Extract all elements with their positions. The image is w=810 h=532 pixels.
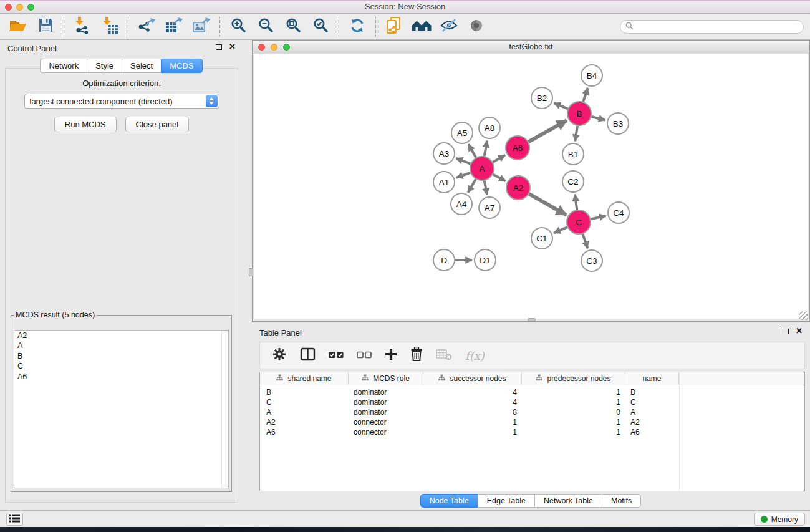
table-cell[interactable]: connector <box>349 418 423 427</box>
graph-node-C1[interactable]: C1 <box>531 228 552 249</box>
criterion-dropdown[interactable]: largest connected component (directed) <box>24 94 219 109</box>
search-input[interactable] <box>637 22 803 32</box>
graph-edge-A-A1[interactable] <box>456 173 470 178</box>
zoom-in-button[interactable] <box>227 17 249 37</box>
network-canvas[interactable]: B4B2BB3A8A5A6A3B1AA1C2A2A4A7C4CC1C3DD1 <box>254 54 808 319</box>
table-cell[interactable]: 1 <box>423 418 522 427</box>
column-header-successor-nodes[interactable]: successor nodes <box>423 372 522 385</box>
graph-node-A6[interactable]: A6 <box>506 136 529 160</box>
graph-edge-A2-C[interactable] <box>529 194 566 215</box>
deselect-all-button[interactable] <box>357 350 372 361</box>
table-cell[interactable]: 4 <box>423 398 522 407</box>
table-cell[interactable]: A6 <box>625 428 679 437</box>
table-cell[interactable]: 0 <box>522 408 625 417</box>
vertical-scrollbar-thumb[interactable] <box>249 268 253 276</box>
float-table-panel-icon[interactable] <box>783 329 789 334</box>
resize-grip[interactable] <box>799 311 808 320</box>
export-image-button[interactable] <box>190 17 213 37</box>
table-row[interactable]: Cdominator41C <box>260 397 804 407</box>
memory-button[interactable]: Memory <box>754 513 805 526</box>
network-minimize-button[interactable] <box>271 44 277 51</box>
open-session-button[interactable] <box>7 17 29 37</box>
result-item[interactable]: B <box>14 351 228 362</box>
save-session-button[interactable] <box>34 17 57 37</box>
graph-node-A4[interactable]: A4 <box>451 193 472 215</box>
graph-node-B[interactable]: B <box>567 102 591 125</box>
column-view-button[interactable] <box>300 347 316 364</box>
horizontal-scrollbar-thumb[interactable] <box>528 318 536 321</box>
graph-node-C2[interactable]: C2 <box>562 171 584 192</box>
graph-node-B3[interactable]: B3 <box>607 113 629 134</box>
graph-edge-A6-B[interactable] <box>529 120 567 142</box>
settings-gear-button[interactable] <box>272 347 287 364</box>
tab-network[interactable]: Network <box>40 59 87 73</box>
float-panel-icon[interactable] <box>216 44 222 50</box>
table-cell[interactable]: A2 <box>625 418 679 427</box>
refresh-view-button[interactable] <box>346 17 369 37</box>
graph-edge-B-B2[interactable] <box>554 103 567 109</box>
table-cell[interactable]: 1 <box>522 418 625 427</box>
tab-edge-table[interactable]: Edge Table <box>478 494 535 508</box>
table-cell[interactable]: dominator <box>349 408 423 417</box>
network-close-button[interactable] <box>258 44 265 51</box>
graph-node-B1[interactable]: B1 <box>562 143 584 165</box>
table-row[interactable]: Bdominator41B <box>260 387 804 397</box>
delete-column-button[interactable] <box>410 347 423 364</box>
close-panel-button[interactable]: Close panel <box>125 117 190 132</box>
graph-node-C4[interactable]: C4 <box>608 202 629 223</box>
graph-edge-B-B3[interactable] <box>591 117 605 120</box>
graph-node-D1[interactable]: D1 <box>475 249 496 271</box>
graph-edge-C-C1[interactable] <box>554 227 567 233</box>
graph-edge-A-A3[interactable] <box>456 158 471 164</box>
table-cell[interactable]: 4 <box>423 388 522 397</box>
zoom-selected-button[interactable] <box>309 17 332 37</box>
home-network-button[interactable] <box>410 17 433 37</box>
graph-node-A3[interactable]: A3 <box>433 143 455 164</box>
network-from-document-button[interactable] <box>383 17 405 37</box>
graph-node-A2[interactable]: A2 <box>506 176 530 200</box>
column-header-predecessor-nodes[interactable]: predecessor nodes <box>522 372 625 385</box>
table-row[interactable]: A6connector11A6 <box>260 427 804 437</box>
result-item[interactable]: A2 <box>14 331 228 341</box>
zoom-out-button[interactable] <box>254 17 277 37</box>
tab-style[interactable]: Style <box>87 59 122 73</box>
graph-node-A1[interactable]: A1 <box>433 172 455 193</box>
graph-edge-A-A2[interactable] <box>493 174 506 181</box>
graph-edge-C-C2[interactable] <box>575 195 577 210</box>
tab-select[interactable]: Select <box>122 59 162 73</box>
graph-edge-B-B4[interactable] <box>583 88 587 102</box>
table-cell[interactable]: A6 <box>260 428 349 437</box>
graph-edge-C-C3[interactable] <box>582 234 587 248</box>
result-item[interactable]: A <box>14 341 228 352</box>
graph-node-A8[interactable]: A8 <box>479 117 500 138</box>
table-cell[interactable]: C <box>260 398 349 407</box>
graph-edge-A-A8[interactable] <box>485 141 488 157</box>
table-row[interactable]: Adominator80A <box>260 407 804 417</box>
table-cell[interactable]: 8 <box>423 408 522 417</box>
network-zoom-button[interactable] <box>283 44 290 51</box>
tab-mcds[interactable]: MCDS <box>161 59 202 73</box>
graph-edge-B-B1[interactable] <box>575 126 577 141</box>
close-window-button[interactable] <box>5 4 12 11</box>
import-network-button[interactable] <box>71 17 94 37</box>
graph-node-A5[interactable]: A5 <box>451 122 473 143</box>
graph-edge-A-A5[interactable] <box>468 144 476 157</box>
run-mcds-button[interactable]: Run MCDS <box>54 117 117 132</box>
tab-motifs[interactable]: Motifs <box>602 494 641 508</box>
minimize-window-button[interactable] <box>16 4 23 11</box>
tab-network-table[interactable]: Network Table <box>534 494 602 508</box>
table-cell[interactable]: 1 <box>522 388 625 397</box>
select-all-button[interactable] <box>329 350 344 361</box>
table-row[interactable]: A2connector11A2 <box>260 417 804 427</box>
result-item[interactable]: C <box>14 362 228 372</box>
export-table-button[interactable] <box>163 17 185 37</box>
graph-edge-A-A6[interactable] <box>493 155 505 163</box>
zoom-fit-button[interactable] <box>282 17 304 37</box>
graph-node-B2[interactable]: B2 <box>531 87 552 109</box>
graph-edge-A-A7[interactable] <box>485 181 487 195</box>
table-cell[interactable]: connector <box>349 428 423 437</box>
graph-node-A[interactable]: A <box>470 157 494 180</box>
table-cell[interactable]: A <box>260 408 349 417</box>
table-cell[interactable]: B <box>625 388 679 397</box>
result-scrollbar-track[interactable] <box>221 331 228 488</box>
